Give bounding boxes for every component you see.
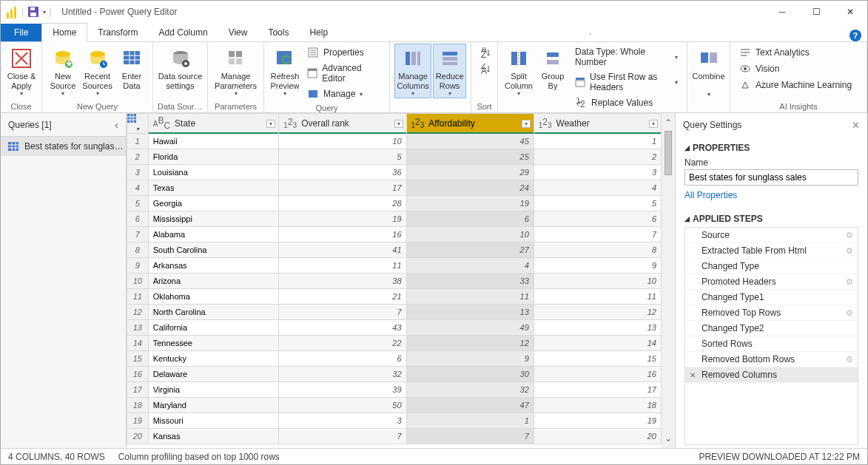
tab-add-column[interactable]: Add Column xyxy=(149,24,218,41)
row-number[interactable]: 12 xyxy=(127,305,149,320)
applied-step[interactable]: Changed Type2 xyxy=(685,321,858,336)
cell[interactable]: 10 xyxy=(406,227,534,242)
cell[interactable]: 11 xyxy=(534,289,661,305)
cell[interactable]: 11 xyxy=(279,258,406,274)
cell[interactable]: Hawaii xyxy=(148,134,279,149)
gear-icon[interactable]: ⚙ xyxy=(846,231,853,240)
cell[interactable]: 10 xyxy=(534,274,661,289)
cell[interactable]: 15 xyxy=(534,351,661,367)
cell[interactable]: Missouri xyxy=(148,413,279,429)
cell[interactable]: 29 xyxy=(406,165,534,180)
cell[interactable]: South Carolina xyxy=(148,242,279,258)
filter-icon[interactable]: ▾ xyxy=(394,120,403,128)
cell[interactable]: Tennessee xyxy=(148,336,279,351)
cell[interactable]: 7 xyxy=(279,305,406,320)
cell[interactable]: 17 xyxy=(279,180,406,196)
row-number[interactable]: 1 xyxy=(127,134,149,149)
all-properties-link[interactable]: All Properties xyxy=(684,186,737,205)
cell[interactable]: Arizona xyxy=(148,274,279,289)
cell[interactable]: Arkansas xyxy=(148,258,279,274)
cell[interactable]: 16 xyxy=(534,367,661,382)
cell[interactable]: 6 xyxy=(406,211,534,227)
cell[interactable]: Alabama xyxy=(148,227,279,242)
gear-icon[interactable]: ⚙ xyxy=(846,246,853,256)
tab-view[interactable]: View xyxy=(218,24,258,41)
cell[interactable]: 19 xyxy=(279,211,406,227)
cell[interactable]: 25 xyxy=(406,149,534,165)
applied-step[interactable]: Changed Type1 xyxy=(685,290,858,305)
cell[interactable]: 16 xyxy=(279,227,406,242)
table-row[interactable]: 10 Arizona 38 33 10 xyxy=(127,274,662,289)
close-button[interactable]: ✕ xyxy=(833,1,867,23)
cell[interactable]: Oklahoma xyxy=(148,289,279,305)
row-number[interactable]: 14 xyxy=(127,336,149,351)
sort-asc-button[interactable]: AZ xyxy=(477,45,495,60)
save-icon[interactable] xyxy=(27,5,40,18)
data-grid[interactable]: ▾ ABCState▾ 123Overall rank▾ 123Affordab… xyxy=(127,113,662,448)
collapse-queries-icon[interactable]: ‹ xyxy=(115,119,118,131)
table-row[interactable]: 19 Missouri 3 1 19 xyxy=(127,413,662,429)
cell[interactable]: 3 xyxy=(534,165,661,180)
gear-icon[interactable]: ⚙ xyxy=(846,308,853,318)
cell[interactable]: Virginia xyxy=(148,382,279,398)
table-row[interactable]: 9 Arkansas 11 4 9 xyxy=(127,258,662,274)
close-apply-button[interactable]: Close & Apply ▾ xyxy=(5,44,38,98)
filter-icon[interactable]: ▾ xyxy=(522,120,531,128)
applied-step[interactable]: Promoted Headers⚙ xyxy=(685,274,858,290)
cell[interactable]: California xyxy=(148,320,279,336)
applied-step[interactable]: Source⚙ xyxy=(685,228,858,243)
row-number[interactable]: 11 xyxy=(127,289,149,305)
column-header-rank[interactable]: 123Overall rank▾ xyxy=(279,114,406,134)
split-column-button[interactable]: Split Column ▾ xyxy=(502,44,535,98)
cell[interactable]: 6 xyxy=(279,351,406,367)
cell[interactable]: 49 xyxy=(406,320,534,336)
data-source-settings-button[interactable]: Data source settings xyxy=(158,44,203,92)
cell[interactable]: 38 xyxy=(279,274,406,289)
scroll-up-icon[interactable]: ⌃ xyxy=(665,118,672,128)
vision-button[interactable]: Vision xyxy=(736,61,855,76)
gear-icon[interactable]: ⚙ xyxy=(846,277,853,287)
cell[interactable]: 33 xyxy=(406,274,534,289)
cell[interactable]: 32 xyxy=(406,382,534,398)
cell[interactable]: 1 xyxy=(406,413,534,429)
tab-transform[interactable]: Transform xyxy=(87,24,148,41)
scroll-thumb[interactable] xyxy=(665,131,672,175)
tab-home[interactable]: Home xyxy=(41,23,87,42)
table-row[interactable]: 13 California 43 49 13 xyxy=(127,320,662,336)
vertical-scrollbar[interactable]: ⌃ ⌄ xyxy=(662,113,675,448)
cell[interactable]: 47 xyxy=(406,398,534,413)
minimize-button[interactable]: ─ xyxy=(765,1,799,23)
cell[interactable]: 7 xyxy=(279,429,406,444)
manage-parameters-button[interactable]: Manage Parameters ▾ xyxy=(212,44,259,98)
data-type-button[interactable]: Data Type: Whole Number▾ xyxy=(572,45,681,69)
cell[interactable]: 36 xyxy=(279,165,406,180)
query-item[interactable]: Best states for sunglas… xyxy=(1,137,126,156)
row-number[interactable]: 17 xyxy=(127,382,149,398)
column-header-affordability[interactable]: 123Affordability▾ xyxy=(406,114,534,134)
table-row[interactable]: 14 Tennessee 22 12 14 xyxy=(127,336,662,351)
collapse-icon[interactable]: ◢ xyxy=(684,144,690,152)
table-row[interactable]: 20 Kansas 7 7 20 xyxy=(127,429,662,444)
cell[interactable]: 19 xyxy=(406,196,534,211)
cell[interactable]: 6 xyxy=(534,211,661,227)
filter-icon[interactable]: ▾ xyxy=(649,120,658,128)
row-number[interactable]: 8 xyxy=(127,242,149,258)
cell[interactable]: 19 xyxy=(534,413,661,429)
row-number[interactable]: 18 xyxy=(127,398,149,413)
scroll-down-icon[interactable]: ⌄ xyxy=(665,433,672,444)
cell[interactable]: 11 xyxy=(406,289,534,305)
help-icon[interactable]: ? xyxy=(850,30,861,41)
text-analytics-button[interactable]: Text Analytics xyxy=(736,45,855,60)
applied-step[interactable]: Changed Type xyxy=(685,259,858,274)
row-number[interactable]: 6 xyxy=(127,211,149,227)
cell[interactable]: 4 xyxy=(534,180,661,196)
column-header-weather[interactable]: 123Weather▾ xyxy=(534,114,661,134)
cell[interactable]: 18 xyxy=(534,398,661,413)
properties-button[interactable]: Properties xyxy=(304,45,383,60)
cell[interactable]: 20 xyxy=(534,429,661,444)
group-by-button[interactable]: Group By xyxy=(536,44,569,92)
enter-data-button[interactable]: Enter Data xyxy=(115,44,148,92)
applied-step[interactable]: Removed Top Rows⚙ xyxy=(685,305,858,321)
cell[interactable]: 10 xyxy=(279,134,406,149)
cell[interactable]: 39 xyxy=(279,382,406,398)
